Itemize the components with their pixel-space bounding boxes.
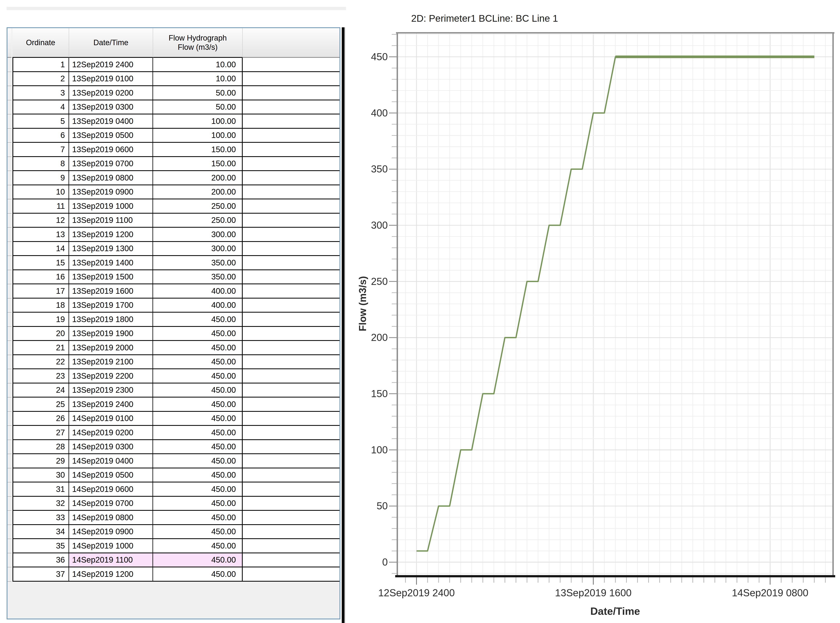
cell-datetime[interactable]: 13Sep2019 0400 (69, 114, 153, 129)
cell-ordinate[interactable]: 30 (12, 468, 69, 483)
cell-empty[interactable] (243, 284, 340, 299)
row-gutter-cell[interactable] (8, 313, 11, 327)
cell-flow[interactable]: 450.00 (153, 525, 243, 539)
cell-empty[interactable] (243, 369, 340, 384)
cell-ordinate[interactable]: 22 (12, 355, 69, 370)
row-gutter-cell[interactable] (8, 482, 11, 497)
cell-datetime[interactable]: 14Sep2019 0300 (69, 440, 153, 454)
cell-flow[interactable]: 450.00 (153, 539, 243, 553)
cell-datetime[interactable]: 13Sep2019 0600 (69, 143, 153, 157)
cell-datetime[interactable]: 13Sep2019 0100 (69, 72, 153, 86)
row-gutter-cell[interactable] (8, 129, 11, 143)
cell-ordinate[interactable]: 34 (12, 525, 69, 539)
cell-ordinate[interactable]: 27 (12, 426, 69, 440)
cell-flow[interactable]: 300.00 (153, 242, 243, 256)
cell-datetime[interactable]: 13Sep2019 2100 (69, 355, 153, 370)
cell-datetime[interactable]: 14Sep2019 0700 (69, 497, 153, 511)
row-gutter-cell[interactable] (8, 228, 11, 242)
cell-datetime[interactable]: 14Sep2019 1000 (69, 539, 153, 553)
cell-flow[interactable]: 250.00 (153, 213, 243, 228)
cell-datetime[interactable]: 14Sep2019 0800 (69, 511, 153, 525)
cell-empty[interactable] (243, 313, 340, 327)
row-gutter-cell[interactable] (8, 299, 11, 313)
cell-flow[interactable]: 450.00 (153, 426, 243, 440)
cell-datetime[interactable]: 14Sep2019 0500 (69, 468, 153, 483)
cell-empty[interactable] (243, 539, 340, 553)
row-gutter-cell[interactable] (8, 341, 11, 355)
row-gutter-cell[interactable] (8, 72, 11, 86)
cell-ordinate[interactable]: 37 (12, 568, 69, 582)
cell-flow[interactable]: 450.00 (153, 440, 243, 454)
cell-ordinate[interactable]: 26 (12, 412, 69, 426)
cell-flow[interactable]: 450.00 (153, 327, 243, 341)
cell-empty[interactable] (243, 553, 340, 568)
cell-empty[interactable] (243, 355, 340, 370)
cell-empty[interactable] (243, 341, 340, 355)
row-gutter-cell[interactable] (8, 199, 11, 213)
row-gutter-cell[interactable] (8, 242, 11, 256)
cell-ordinate[interactable]: 36 (12, 553, 69, 568)
cell-flow[interactable]: 300.00 (153, 228, 243, 242)
panel-splitter[interactable] (342, 27, 345, 623)
row-gutter-cell[interactable] (8, 256, 11, 270)
cell-ordinate[interactable]: 21 (12, 341, 69, 355)
row-gutter-cell[interactable] (8, 426, 11, 440)
cell-ordinate[interactable]: 10 (12, 185, 69, 199)
cell-datetime[interactable]: 13Sep2019 1900 (69, 327, 153, 341)
cell-ordinate[interactable]: 8 (12, 157, 69, 171)
cell-datetime[interactable]: 14Sep2019 0100 (69, 412, 153, 426)
cell-datetime[interactable]: 13Sep2019 0500 (69, 129, 153, 143)
cell-ordinate[interactable]: 35 (12, 539, 69, 553)
cell-ordinate[interactable]: 6 (12, 129, 69, 143)
cell-datetime[interactable]: 14Sep2019 1200 (69, 568, 153, 582)
cell-empty[interactable] (243, 143, 340, 157)
cell-ordinate[interactable]: 15 (12, 256, 69, 270)
cell-empty[interactable] (243, 511, 340, 525)
row-gutter-cell[interactable] (8, 384, 11, 398)
cell-datetime[interactable]: 13Sep2019 1600 (69, 284, 153, 299)
cell-ordinate[interactable]: 11 (12, 199, 69, 213)
cell-datetime[interactable]: 13Sep2019 1200 (69, 228, 153, 242)
row-gutter-cell[interactable] (8, 114, 11, 129)
cell-ordinate[interactable]: 4 (12, 100, 69, 115)
cell-empty[interactable] (243, 299, 340, 313)
cell-empty[interactable] (243, 497, 340, 511)
row-gutter-cell[interactable] (8, 440, 11, 454)
cell-ordinate[interactable]: 16 (12, 270, 69, 284)
cell-flow[interactable]: 450.00 (153, 511, 243, 525)
cell-empty[interactable] (243, 100, 340, 115)
cell-empty[interactable] (243, 568, 340, 582)
cell-ordinate[interactable]: 25 (12, 397, 69, 412)
cell-flow[interactable]: 150.00 (153, 157, 243, 171)
row-gutter-cell[interactable] (8, 185, 11, 199)
cell-datetime[interactable]: 13Sep2019 0700 (69, 157, 153, 171)
cell-ordinate[interactable]: 33 (12, 511, 69, 525)
cell-flow[interactable]: 250.00 (153, 199, 243, 213)
cell-empty[interactable] (243, 213, 340, 228)
cell-datetime[interactable]: 13Sep2019 0900 (69, 185, 153, 199)
cell-datetime[interactable]: 13Sep2019 0800 (69, 171, 153, 185)
cell-datetime[interactable]: 13Sep2019 1700 (69, 299, 153, 313)
cell-empty[interactable] (243, 482, 340, 497)
cell-datetime[interactable]: 13Sep2019 1800 (69, 313, 153, 327)
cell-datetime[interactable]: 13Sep2019 0300 (69, 100, 153, 115)
cell-empty[interactable] (243, 412, 340, 426)
cell-datetime[interactable]: 13Sep2019 1400 (69, 256, 153, 270)
cell-datetime[interactable]: 13Sep2019 1300 (69, 242, 153, 256)
cell-datetime[interactable]: 14Sep2019 0400 (69, 454, 153, 468)
cell-flow[interactable]: 450.00 (153, 497, 243, 511)
cell-flow[interactable]: 450.00 (153, 412, 243, 426)
row-gutter-cell[interactable] (8, 157, 11, 171)
row-gutter-cell[interactable] (8, 213, 11, 228)
cell-empty[interactable] (243, 129, 340, 143)
cell-flow[interactable]: 100.00 (153, 129, 243, 143)
cell-datetime[interactable]: 14Sep2019 0200 (69, 426, 153, 440)
cell-empty[interactable] (243, 72, 340, 86)
cell-flow[interactable]: 150.00 (153, 143, 243, 157)
cell-empty[interactable] (243, 185, 340, 199)
row-gutter-cell[interactable] (8, 553, 11, 568)
row-gutter-cell[interactable] (8, 369, 11, 384)
row-gutter-cell[interactable] (8, 568, 11, 582)
row-gutter-cell[interactable] (8, 270, 11, 284)
cell-empty[interactable] (243, 397, 340, 412)
